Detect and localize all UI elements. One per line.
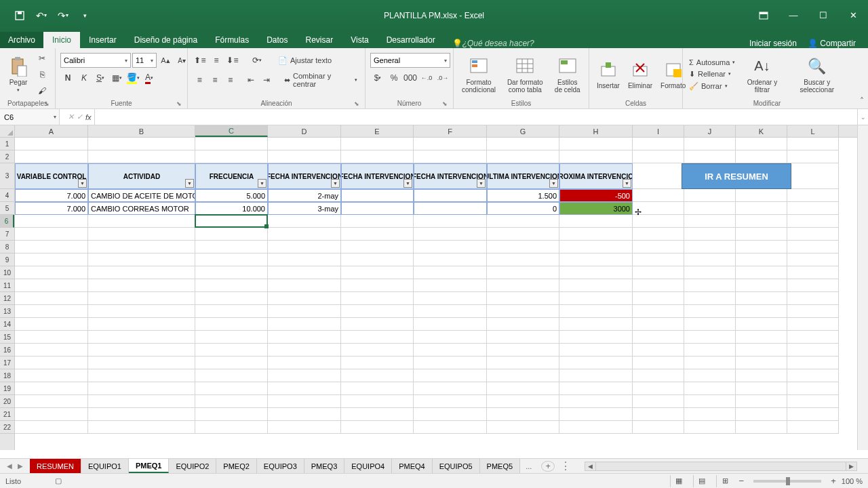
format-as-table-button[interactable]: Dar formato como tabla [500, 54, 549, 95]
table-header-cell[interactable]: ACTIVIDAD▼ [88, 163, 195, 189]
tab-datos[interactable]: Datos [258, 32, 296, 48]
column-header-E[interactable]: E [341, 125, 414, 137]
sheet-tab-pmeq1[interactable]: PMEQ1 [129, 459, 170, 473]
vertical-scrollbar[interactable] [857, 125, 868, 450]
sort-filter-button[interactable]: A↓Ordenar y filtrar [738, 54, 786, 95]
table-header-cell[interactable]: VARIABLE CONTROL▼ [15, 163, 88, 189]
filter-arrow-icon[interactable]: ▼ [78, 179, 87, 188]
column-header-B[interactable]: B [88, 125, 195, 137]
filter-arrow-icon[interactable]: ▼ [549, 179, 558, 188]
row-header-14[interactable]: 14 [0, 318, 14, 331]
table-header-cell[interactable]: FECHA INTERVENCION▼ [414, 163, 487, 189]
column-header-L[interactable]: L [787, 125, 839, 137]
decrease-font-icon[interactable]: A▾ [174, 53, 189, 68]
cancel-formula-icon[interactable]: ✕ [68, 113, 74, 121]
sheet-tab-equipo1[interactable]: EQUIPO1 [81, 459, 129, 473]
sheet-tab-pmeq5[interactable]: PMEQ5 [480, 459, 521, 473]
column-header-D[interactable]: D [268, 125, 341, 137]
tab-inicio[interactable]: Inicio [43, 32, 80, 48]
sheet-tab-equipo4[interactable]: EQUIPO4 [344, 459, 392, 473]
row-header-19[interactable]: 19 [0, 382, 14, 395]
column-header-K[interactable]: K [736, 125, 787, 137]
column-header-H[interactable]: H [559, 125, 633, 137]
table-cell[interactable]: -500 [559, 189, 633, 202]
tab-file[interactable]: Archivo [0, 32, 43, 48]
align-left-icon[interactable]: ≡ [193, 73, 207, 87]
sheet-more-button[interactable]: ... [520, 462, 537, 470]
close-button[interactable]: ✕ [838, 0, 868, 30]
sheet-tab-resumen[interactable]: RESUMEN [30, 459, 81, 473]
autosum-button[interactable]: Σ Autosuma ▾ [686, 57, 738, 68]
row-header-22[interactable]: 22 [0, 421, 14, 434]
currency-icon[interactable]: $▾ [370, 70, 385, 85]
merge-center-button[interactable]: ⬌ Combinar y centrar ▾ [281, 70, 360, 89]
qat-customize-icon[interactable]: ▾ [79, 9, 91, 22]
row-header-7[interactable]: 7 [0, 228, 14, 241]
align-right-icon[interactable]: ≡ [224, 73, 238, 87]
row-header-16[interactable]: 16 [0, 344, 14, 357]
row-header-9[interactable]: 9 [0, 253, 14, 266]
increase-font-icon[interactable]: A▴ [158, 53, 173, 68]
find-select-button[interactable]: 🔍Buscar y seleccionar [786, 54, 848, 95]
sheet-tab-equipo3[interactable]: EQUIPO3 [257, 459, 304, 473]
fill-color-icon[interactable]: 🪣▾ [125, 70, 140, 85]
row-header-21[interactable]: 21 [0, 408, 14, 421]
table-cell[interactable]: CAMBIO DE ACEITE DE MOTOR [88, 189, 195, 202]
zoom-slider[interactable] [753, 480, 821, 483]
sheet-tab-pmeq4[interactable]: PMEQ4 [392, 459, 433, 473]
delete-cells-button[interactable]: Eliminar [624, 58, 656, 91]
minimize-button[interactable]: — [778, 0, 808, 30]
row-header-2[interactable]: 2 [0, 150, 14, 163]
row-header-6[interactable]: 6 [0, 215, 14, 228]
fx-icon[interactable]: fx [85, 113, 92, 121]
row-header-5[interactable]: 5 [0, 202, 14, 215]
table-cell[interactable]: 2-may [268, 189, 341, 202]
copy-icon[interactable]: ⎘ [35, 67, 50, 82]
collapse-ribbon-icon[interactable]: ˄ [860, 96, 864, 106]
formula-input[interactable] [95, 109, 857, 125]
column-headers[interactable]: ABCDEFGHIJKL [15, 125, 857, 138]
tab-diseno[interactable]: Diseño de página [125, 32, 206, 48]
conditional-format-button[interactable]: Formato condicional [457, 54, 500, 95]
clear-button[interactable]: 🧹 Borrar ▾ [686, 81, 738, 92]
tab-insertar[interactable]: Insertar [80, 32, 125, 48]
orientation-icon[interactable]: ⟳▾ [250, 53, 264, 68]
table-cell[interactable]: 7.000 [15, 189, 88, 202]
zoom-level[interactable]: 100 % [842, 477, 863, 485]
table-cell[interactable]: 5.000 [195, 189, 268, 202]
horizontal-scrollbar[interactable]: ◀ ▶ [585, 462, 857, 471]
borders-icon[interactable]: ▦▾ [109, 70, 124, 85]
page-layout-view-button[interactable]: ▤ [693, 475, 711, 487]
row-header-13[interactable]: 13 [0, 305, 14, 318]
increase-decimal-icon[interactable]: ←.0 [419, 70, 434, 85]
fill-button[interactable]: ⬇ Rellenar ▾ [686, 68, 738, 80]
enter-formula-icon[interactable]: ✓ [77, 113, 83, 121]
undo-icon[interactable]: ↶▾ [35, 9, 47, 22]
cell-styles-button[interactable]: Estilos de celda [549, 54, 585, 95]
insert-cells-button[interactable]: Insertar [593, 58, 624, 91]
decrease-decimal-icon[interactable]: .0→ [435, 70, 450, 85]
table-cell[interactable]: CAMBIO CORREAS MOTOR [88, 202, 195, 215]
tab-revisar[interactable]: Revisar [297, 32, 342, 48]
font-name-combo[interactable]: Calibri▾ [60, 53, 131, 68]
table-header-cell[interactable]: FECHA INTERVENCION▼ [341, 163, 414, 189]
table-header-cell[interactable]: ULTIMA INTERVENCION▼ [487, 163, 559, 189]
tab-desarrollador[interactable]: Desarrollador [378, 32, 444, 48]
column-header-A[interactable]: A [15, 125, 88, 137]
macro-record-icon[interactable]: ▢ [55, 476, 62, 485]
row-header-10[interactable]: 10 [0, 266, 14, 279]
paste-button[interactable]: Pegar ▾ [3, 54, 33, 94]
expand-formula-bar-icon[interactable]: ⌄ [857, 109, 868, 125]
percent-icon[interactable]: % [387, 70, 401, 85]
maximize-button[interactable]: ☐ [808, 0, 838, 30]
launcher-icon[interactable]: ⬊ [176, 100, 182, 107]
column-header-C[interactable]: C [195, 125, 268, 137]
filter-arrow-icon[interactable]: ▼ [185, 179, 194, 188]
row-header-8[interactable]: 8 [0, 241, 14, 253]
share-button[interactable]: 👤 Compartir [808, 39, 856, 48]
zoom-in-button[interactable]: + [831, 476, 836, 486]
save-icon[interactable] [14, 9, 26, 22]
font-size-combo[interactable]: 11▾ [132, 53, 157, 68]
font-color-icon[interactable]: A▾ [142, 70, 157, 85]
tell-me-search[interactable]: ¿Qué desea hacer? [462, 39, 534, 48]
